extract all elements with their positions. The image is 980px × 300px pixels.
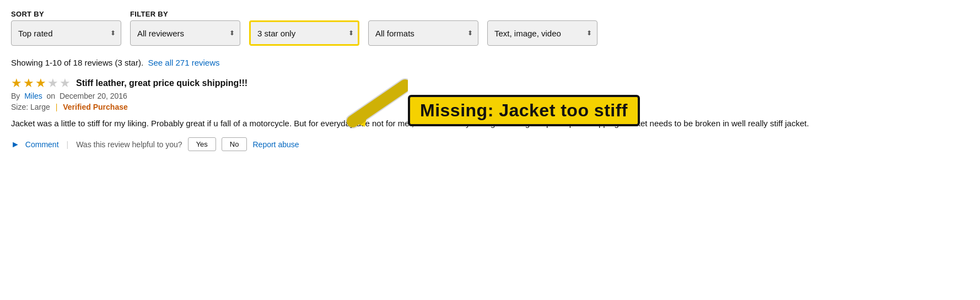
pipe-separator: |: [56, 103, 60, 111]
action-separator: |: [67, 140, 69, 149]
report-abuse-link[interactable]: Report abuse: [252, 140, 299, 149]
star-3-icon: ★: [35, 77, 46, 89]
star-2-icon: ★: [23, 77, 34, 89]
helpful-question: Was this review helpful to you?: [76, 140, 182, 149]
reviewers-select-wrap: All reviewers ⬍: [130, 20, 240, 46]
review-actions: ► Comment | Was this review helpful to y…: [11, 137, 969, 151]
format-select[interactable]: All formats: [368, 20, 478, 46]
review-size-row: Size: Large | Verified Purchase: [11, 103, 969, 111]
review-date: December 20, 2016: [60, 92, 127, 100]
media-select-wrap: Text, image, video ⬍: [487, 20, 597, 46]
sort-select[interactable]: Top rated: [11, 20, 121, 46]
review-meta: By Miles on December 20, 2016: [11, 92, 969, 100]
sort-label: SORT BY: [11, 10, 121, 18]
star-5-icon: ★: [60, 77, 71, 89]
review-title-row: ★ ★ ★ ★ ★ Stiff leather, great price qui…: [11, 77, 969, 89]
comment-link[interactable]: Comment: [25, 140, 59, 149]
star-select-wrap: 3 star only ⬍: [249, 20, 359, 46]
showing-line: Showing 1-10 of 18 reviews (3 star). See…: [11, 58, 969, 67]
sort-group: SORT BY Top rated ⬍: [11, 10, 121, 46]
on-label: on: [47, 92, 56, 100]
review-title: Stiff leather, great price quick shippin…: [76, 78, 247, 88]
star-1-icon: ★: [11, 77, 22, 89]
no-button[interactable]: No: [222, 137, 247, 151]
filter-group: FILTER BY All reviewers ⬍ 3 star only ⬍ …: [130, 10, 597, 46]
verified-badge: Verified Purchase: [63, 103, 128, 111]
review-block: ★ ★ ★ ★ ★ Stiff leather, great price qui…: [11, 77, 969, 151]
review-author[interactable]: Miles: [24, 92, 42, 100]
showing-text: Showing 1-10 of 18 reviews (3 star).: [11, 58, 143, 67]
review-body: Jacket was a little to stiff for my liki…: [11, 117, 838, 130]
by-label: By: [11, 92, 20, 100]
filter-label: FILTER BY: [130, 10, 597, 18]
media-select[interactable]: Text, image, video: [487, 20, 597, 46]
size-label: Size: Large: [11, 103, 50, 111]
see-all-link[interactable]: See all 271 reviews: [148, 58, 219, 67]
yes-button[interactable]: Yes: [188, 137, 216, 151]
reviewers-select[interactable]: All reviewers: [130, 20, 240, 46]
arrow-right-icon: ►: [11, 140, 20, 149]
star-select[interactable]: 3 star only: [249, 20, 359, 46]
sort-select-wrap: Top rated ⬍: [11, 20, 121, 46]
format-select-wrap: All formats ⬍: [368, 20, 478, 46]
star-rating: ★ ★ ★ ★ ★: [11, 77, 71, 89]
star-4-icon: ★: [47, 77, 58, 89]
filter-bar: SORT BY Top rated ⬍ FILTER BY All review…: [11, 10, 969, 46]
